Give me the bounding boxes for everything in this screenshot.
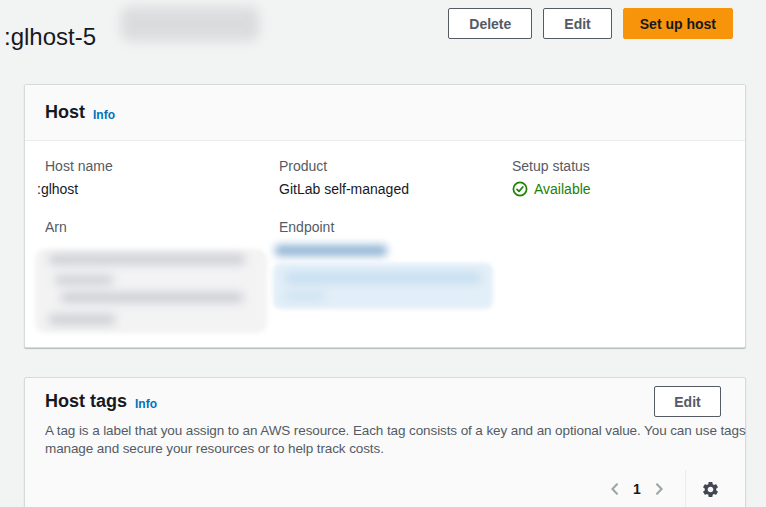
setup-status-label: Setup status [512, 158, 591, 174]
delete-button[interactable]: Delete [448, 8, 532, 39]
chevron-left-icon [607, 481, 623, 497]
redacted-endpoint-link[interactable] [273, 243, 501, 325]
pagination-divider [685, 470, 686, 507]
page-title: :glhost-5 [4, 23, 96, 51]
edit-button[interactable]: Edit [543, 8, 611, 39]
product-label: Product [279, 158, 409, 174]
next-page-button[interactable] [647, 477, 671, 501]
host-card: Host Info Host name :glhost Product GitL… [24, 84, 746, 348]
page-actions: Delete Edit Set up host [448, 8, 733, 39]
product-value: GitLab self-managed [279, 181, 409, 197]
host-card-header: Host Info [25, 85, 745, 141]
current-page-number[interactable]: 1 [633, 481, 641, 497]
check-circle-icon [512, 181, 528, 197]
host-name-value: :glhost [37, 181, 113, 197]
arn-field: Arn [45, 219, 67, 235]
host-detail-page: :glhost-5 Delete Edit Set up host Host I… [0, 0, 766, 507]
host-name-field: Host name :glhost [45, 158, 113, 197]
host-tags-description-line1: A tag is a label that you assign to an A… [45, 422, 747, 440]
host-tags-title: Host tags [45, 391, 127, 412]
chevron-right-icon [651, 481, 667, 497]
host-card-body: Host name :glhost Product GitLab self-ma… [25, 141, 745, 347]
preferences-button[interactable] [698, 476, 724, 502]
host-tags-header: Host tags Info [45, 391, 157, 412]
set-up-host-button[interactable]: Set up host [623, 8, 733, 39]
tags-pagination: 1 [603, 470, 724, 507]
host-tags-info-link[interactable]: Info [135, 397, 157, 411]
edit-tags-button[interactable]: Edit [654, 386, 721, 417]
arn-label: Arn [45, 219, 67, 235]
product-field: Product GitLab self-managed [279, 158, 409, 197]
previous-page-button[interactable] [603, 477, 627, 501]
host-name-label: Host name [45, 158, 113, 174]
endpoint-field: Endpoint [279, 219, 334, 235]
endpoint-label: Endpoint [279, 219, 334, 235]
gear-icon [701, 480, 720, 499]
redacted-host-name-suffix [121, 7, 259, 41]
host-card-title: Host [45, 102, 85, 123]
redacted-arn-value [35, 249, 267, 333]
host-tags-description: A tag is a label that you assign to an A… [45, 422, 747, 458]
setup-status-value: Available [534, 181, 591, 197]
host-info-link[interactable]: Info [93, 108, 115, 122]
setup-status-field: Setup status Available [512, 158, 591, 197]
host-tags-card: Host tags Info Edit A tag is a label tha… [24, 377, 746, 507]
host-tags-description-line2: manage and secure your resources or to h… [45, 440, 747, 458]
